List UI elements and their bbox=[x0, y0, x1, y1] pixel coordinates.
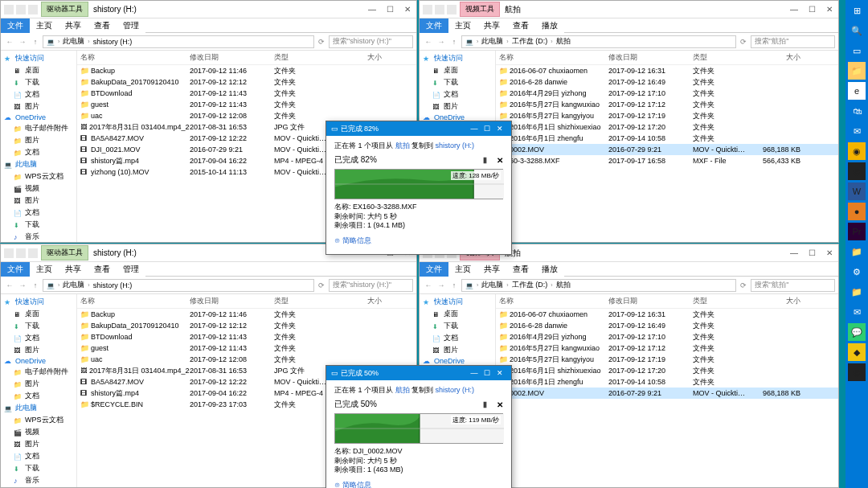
back-button[interactable]: ← bbox=[423, 36, 434, 47]
qat-icon[interactable] bbox=[447, 5, 457, 14]
file-row[interactable]: uac 2017-09-12 12:08 文件夹 bbox=[77, 354, 416, 365]
details-toggle[interactable]: ⊙ 简略信息 bbox=[334, 480, 503, 488]
search-input[interactable]: 搜索"shistory (H:)" bbox=[329, 35, 413, 48]
premiere-icon[interactable]: Pr bbox=[848, 223, 866, 240]
tab-context[interactable]: 管理 bbox=[117, 18, 145, 33]
file-row[interactable]: guest 2017-09-12 11:43 文件夹 bbox=[77, 342, 416, 354]
col-header-date[interactable]: 修改日期 bbox=[190, 52, 274, 63]
forward-button[interactable]: → bbox=[17, 36, 28, 47]
file-row[interactable]: 2016年6月1日 zhengfu 2017-09-14 10:58 文件夹 bbox=[496, 133, 838, 144]
contextual-tools-tab[interactable]: 驱动器工具 bbox=[41, 2, 88, 17]
contextual-tools-tab[interactable]: 视频工具 bbox=[460, 2, 500, 17]
refresh-button[interactable]: ⟳ bbox=[316, 280, 327, 291]
col-header-type[interactable]: 类型 bbox=[274, 296, 338, 306]
address-bar[interactable]: ›此电脑›工作盘 (D:)›航拍 bbox=[461, 35, 736, 48]
pause-button[interactable]: Ⅱ bbox=[483, 156, 487, 165]
details-toggle[interactable]: ⊙ 简略信息 bbox=[334, 236, 503, 246]
search-input[interactable]: 搜索"航拍" bbox=[751, 279, 835, 292]
dialog-title-bar[interactable]: ▭ 已完成 50% —☐✕ bbox=[326, 366, 511, 380]
file-row[interactable]: 2016年4月29日 yizhong 2017-09-12 17:10 文件夹 bbox=[496, 331, 838, 342]
minimize-button[interactable]: — bbox=[468, 369, 481, 377]
file-row[interactable]: BTDownload 2017-09-12 11:43 文件夹 bbox=[77, 88, 416, 99]
copy-src-link[interactable]: 航拍 bbox=[395, 141, 410, 150]
refresh-button[interactable]: ⟳ bbox=[738, 36, 749, 47]
tab-context[interactable]: 播放 bbox=[535, 262, 564, 277]
sidebar-item[interactable]: 桌面 bbox=[2, 64, 75, 76]
steam-icon[interactable]: ◎ bbox=[848, 162, 866, 180]
file-row[interactable]: 60-3-3288.MXF 2017-09-17 16:58 MXF - Fil… bbox=[496, 155, 838, 166]
file-row[interactable]: BakupData_201709120410 2017-09-12 12:12 … bbox=[77, 320, 416, 331]
up-button[interactable]: ↑ bbox=[448, 36, 460, 47]
tab-file[interactable]: 文件 bbox=[1, 18, 30, 33]
steam2-icon[interactable]: ◎ bbox=[848, 363, 866, 381]
breadcrumb-item[interactable]: shistory (H:) bbox=[93, 281, 133, 289]
maximize-button[interactable]: ☐ bbox=[381, 2, 399, 17]
cancel-button[interactable]: ✕ bbox=[497, 156, 503, 165]
file-row[interactable]: 0002.MOV 2016-07-29 9:21 MOV - Quickti… … bbox=[496, 388, 838, 399]
file-row[interactable]: guest 2017-09-12 11:43 文件夹 bbox=[77, 99, 416, 110]
col-header-type[interactable]: 类型 bbox=[693, 52, 757, 63]
sidebar-item[interactable]: 下载 bbox=[421, 320, 493, 332]
close-button[interactable]: ✕ bbox=[399, 2, 416, 17]
maximize-button[interactable]: ☐ bbox=[481, 125, 493, 133]
sidebar-item[interactable]: 音乐 bbox=[2, 474, 75, 486]
col-header-size[interactable]: 大小 bbox=[338, 296, 387, 306]
tab-home[interactable]: 主页 bbox=[30, 18, 59, 33]
breadcrumb-item[interactable]: 此电脑 bbox=[481, 36, 503, 47]
close-button[interactable]: ✕ bbox=[493, 369, 506, 377]
folder-icon[interactable] bbox=[4, 248, 14, 258]
breadcrumb-item[interactable]: 此电脑 bbox=[63, 280, 84, 290]
tab-share[interactable]: 共享 bbox=[477, 262, 506, 277]
file-row[interactable]: Backup 2017-09-12 11:46 文件夹 bbox=[77, 65, 416, 76]
up-button[interactable]: ↑ bbox=[448, 280, 460, 291]
minimize-button[interactable]: — bbox=[785, 2, 803, 17]
tab-file[interactable]: 文件 bbox=[420, 262, 448, 277]
breadcrumb-item[interactable]: 工作盘 (D:) bbox=[512, 280, 548, 290]
file-row[interactable]: 2016-06-07 chuxiaomen 2017-09-12 16:31 文… bbox=[496, 65, 838, 76]
sidebar-item[interactable]: 图片 bbox=[421, 100, 493, 113]
close-button[interactable]: ✕ bbox=[493, 125, 506, 133]
copy-dst-link[interactable]: shistory (H:) bbox=[436, 386, 475, 394]
forward-button[interactable]: → bbox=[436, 280, 447, 291]
sidebar-item[interactable]: 桌面 bbox=[2, 486, 75, 487]
sidebar-item[interactable]: 电子邮件附件 bbox=[2, 122, 75, 134]
sidebar-group[interactable]: 快速访问 bbox=[421, 52, 493, 64]
app-icon[interactable]: ● bbox=[848, 203, 866, 220]
file-row[interactable]: 2016年5月27日 kangyiyou 2017-09-12 17:19 文件… bbox=[496, 354, 838, 365]
copy-dst-link[interactable]: shistory (H:) bbox=[436, 141, 475, 150]
contextual-tools-tab[interactable]: 驱动器工具 bbox=[41, 245, 88, 260]
sidebar-item[interactable]: 下载 bbox=[2, 462, 75, 474]
sidebar-item[interactable]: 文档 bbox=[2, 332, 75, 344]
store-icon[interactable]: 🛍 bbox=[848, 102, 866, 120]
mail-icon[interactable]: ✉ bbox=[848, 122, 866, 140]
refresh-button[interactable]: ⟳ bbox=[316, 36, 327, 47]
col-header-name[interactable]: 名称 bbox=[496, 52, 608, 63]
file-row[interactable]: 0002.MOV 2016-07-29 9:21 MOV - Quickti… … bbox=[496, 144, 838, 155]
col-header-name[interactable]: 名称 bbox=[77, 52, 190, 63]
sidebar-item[interactable]: 图片 bbox=[2, 344, 75, 356]
col-header-date[interactable]: 修改日期 bbox=[608, 52, 693, 63]
file-row[interactable]: BakupData_201709120410 2017-09-12 12:12 … bbox=[77, 76, 416, 88]
sidebar-item[interactable]: 桌面 bbox=[421, 64, 493, 76]
col-header-size[interactable]: 大小 bbox=[757, 296, 805, 306]
close-button[interactable]: ✕ bbox=[821, 2, 838, 17]
cancel-button[interactable]: ✕ bbox=[497, 400, 503, 409]
tab-file[interactable]: 文件 bbox=[420, 18, 448, 33]
sidebar-item[interactable]: 图片 bbox=[2, 378, 75, 390]
breadcrumb-item[interactable]: 航拍 bbox=[556, 280, 571, 290]
tab-context[interactable]: 播放 bbox=[535, 18, 564, 33]
col-header-type[interactable]: 类型 bbox=[274, 52, 338, 63]
sidebar-item[interactable]: 文档 bbox=[421, 332, 493, 344]
tab-view[interactable]: 查看 bbox=[506, 262, 535, 277]
sidebar-item[interactable]: 文档 bbox=[2, 146, 75, 158]
address-bar[interactable]: ›此电脑›工作盘 (D:)›航拍 bbox=[461, 279, 736, 292]
breadcrumb-item[interactable]: shistory (H:) bbox=[93, 38, 133, 46]
back-button[interactable]: ← bbox=[4, 36, 15, 47]
col-header-date[interactable]: 修改日期 bbox=[190, 296, 274, 306]
sidebar-item[interactable]: 文档 bbox=[2, 390, 75, 402]
explorer3-icon[interactable]: 📁 bbox=[848, 283, 866, 301]
sidebar-item[interactable]: 图片 bbox=[2, 134, 75, 146]
search-input[interactable]: 搜索"航拍" bbox=[751, 35, 835, 48]
file-row[interactable]: BTDownload 2017-09-12 11:43 文件夹 bbox=[77, 331, 416, 342]
maximize-button[interactable]: ☐ bbox=[481, 369, 493, 377]
